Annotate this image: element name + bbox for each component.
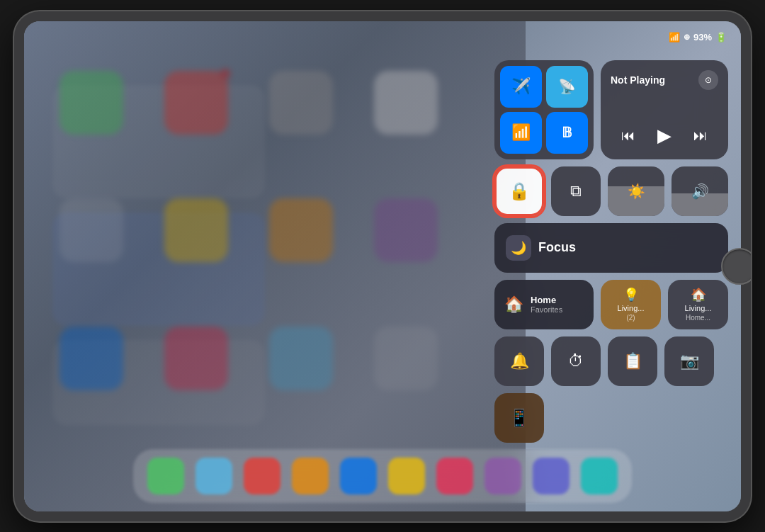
wifi-toggle-icon: 📶 bbox=[511, 123, 531, 142]
messages-icon: 1 bbox=[164, 71, 228, 135]
previous-track-button[interactable]: ⏮ bbox=[616, 125, 641, 147]
battery-percent: 93% bbox=[693, 32, 712, 43]
living-room-1-icon: 💡 bbox=[623, 287, 639, 302]
cc-row-4: 🏠 Home Favorites 💡 Living... (2) 🏠 Livin… bbox=[494, 280, 728, 329]
wifi-button[interactable]: 📶 bbox=[500, 112, 542, 154]
mute-button[interactable]: 🔔 bbox=[494, 336, 544, 386]
background-apps: 1 bbox=[45, 57, 472, 448]
cc-connectivity-block: ✈️ 📡 📶 𝔹 bbox=[494, 60, 594, 159]
moon-icon: 🌙 bbox=[511, 240, 526, 256]
tv-remote-button[interactable]: 📱 bbox=[494, 393, 544, 443]
brightness-icon: ☀️ bbox=[628, 183, 645, 200]
mute-icon: 🔔 bbox=[510, 352, 529, 370]
dock bbox=[133, 449, 632, 503]
home-title: Home bbox=[531, 295, 562, 305]
media-header: Not Playing ⊙ bbox=[611, 70, 718, 90]
media-player: Not Playing ⊙ ⏮ ▶ ⏭ bbox=[601, 60, 728, 159]
airdrop-icon: 📡 bbox=[558, 78, 576, 95]
rotation-lock-icon: 🔒 bbox=[509, 181, 530, 201]
dock-icon-2[interactable] bbox=[196, 458, 232, 494]
rotation-lock-button[interactable]: 🔒 bbox=[494, 166, 544, 216]
dock-icon-3[interactable] bbox=[244, 458, 280, 494]
brightness-slider[interactable]: ☀️ bbox=[608, 166, 664, 216]
timer-button[interactable]: ⏱ bbox=[551, 336, 601, 386]
airdrop-button[interactable]: 📡 bbox=[546, 66, 588, 108]
cc-row-3: 🌙 Focus bbox=[494, 223, 728, 273]
dock-icon-10[interactable] bbox=[581, 458, 618, 494]
airplane-icon: ✈️ bbox=[511, 77, 531, 96]
home-house-icon: 🏠 bbox=[504, 295, 523, 314]
living-room-1-sub: (2) bbox=[626, 314, 635, 322]
bluetooth-icon: 𝔹 bbox=[562, 124, 572, 141]
notes-button[interactable]: 📋 bbox=[608, 336, 657, 386]
next-track-button[interactable]: ⏭ bbox=[688, 125, 713, 147]
cc-row-2: 🔒 ⧉ ☀️ 🔊 bbox=[494, 166, 728, 216]
dock-icon-4[interactable] bbox=[292, 458, 329, 494]
dock-icon-9[interactable] bbox=[533, 458, 570, 494]
living-room-1-button[interactable]: 💡 Living... (2) bbox=[601, 280, 661, 329]
dock-icon-5[interactable] bbox=[340, 458, 377, 494]
cc-row-1: ✈️ 📡 📶 𝔹 Not Playing bbox=[494, 60, 728, 159]
screen-mirror-button[interactable]: ⧉ bbox=[551, 166, 601, 216]
camera-icon: 📷 bbox=[680, 352, 699, 370]
screen-mirror-icon: ⧉ bbox=[570, 182, 582, 200]
tv-remote-icon: 📱 bbox=[509, 408, 530, 428]
dock-icon-1[interactable] bbox=[147, 458, 184, 494]
location-icon: ⊕ bbox=[684, 33, 690, 42]
focus-label: Focus bbox=[538, 240, 576, 255]
not-playing-label: Not Playing bbox=[611, 74, 665, 86]
ipad-frame: 1 📶 ⊕ 93% 🔋 bbox=[14, 11, 751, 521]
dock-icon-6[interactable] bbox=[388, 458, 425, 494]
battery-icon: 🔋 bbox=[715, 32, 727, 43]
home-button-cc[interactable]: 🏠 Home Favorites bbox=[494, 280, 594, 329]
dock-icon-8[interactable] bbox=[484, 458, 521, 494]
wifi-icon: 📶 bbox=[669, 32, 680, 43]
status-bar: 📶 ⊕ 93% 🔋 bbox=[38, 27, 727, 48]
dock-icon-7[interactable] bbox=[436, 458, 473, 494]
living-room-2-label: Living... bbox=[685, 304, 712, 312]
home-subtitle: Favorites bbox=[531, 305, 562, 314]
media-controls: ⏮ ▶ ⏭ bbox=[611, 122, 718, 149]
volume-slider[interactable]: 🔊 bbox=[672, 166, 728, 216]
cc-row-6: 📱 bbox=[494, 393, 728, 443]
ipad-screen: 1 📶 ⊕ 93% 🔋 bbox=[24, 21, 741, 511]
living-room-1-label: Living... bbox=[618, 304, 645, 312]
status-bar-right: 📶 ⊕ 93% 🔋 bbox=[669, 32, 727, 43]
volume-icon: 🔊 bbox=[691, 183, 709, 200]
airplane-mode-button[interactable]: ✈️ bbox=[500, 66, 542, 108]
focus-icon-container: 🌙 bbox=[506, 235, 531, 261]
timer-icon: ⏱ bbox=[568, 352, 584, 370]
living-room-2-icon: 🏠 bbox=[691, 287, 706, 302]
focus-button[interactable]: 🌙 Focus bbox=[494, 223, 728, 273]
camera-button[interactable]: 📷 bbox=[664, 336, 714, 386]
cc-row-5: 🔔 ⏱ 📋 📷 bbox=[494, 336, 728, 386]
play-button[interactable]: ▶ bbox=[652, 122, 677, 149]
living-room-2-sub: Home... bbox=[686, 314, 710, 322]
home-tile-text: Home Favorites bbox=[531, 295, 562, 314]
airplay-button[interactable]: ⊙ bbox=[698, 70, 718, 90]
bluetooth-button[interactable]: 𝔹 bbox=[546, 112, 588, 154]
living-room-2-button[interactable]: 🏠 Living... Home... bbox=[668, 280, 728, 329]
notes-icon: 📋 bbox=[623, 352, 642, 370]
control-center: ✈️ 📡 📶 𝔹 Not Playing bbox=[494, 60, 728, 443]
airplay-icon: ⊙ bbox=[705, 75, 712, 85]
